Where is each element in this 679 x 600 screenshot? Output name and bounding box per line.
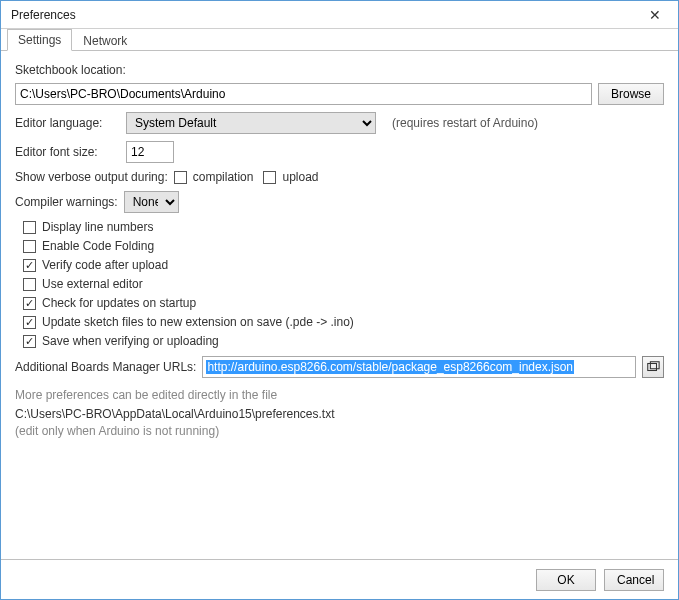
checkbox-upload[interactable] <box>263 171 276 184</box>
expand-urls-button[interactable] <box>642 356 664 378</box>
checkbox-save-verify[interactable] <box>23 335 36 348</box>
close-icon[interactable]: ✕ <box>640 7 670 23</box>
checkbox-update-ext[interactable] <box>23 316 36 329</box>
urls-input[interactable]: http://arduino.esp8266.com/stable/packag… <box>202 356 636 378</box>
more-prefs-note: More preferences can be edited directly … <box>15 388 664 402</box>
cancel-button[interactable]: Cancel <box>604 569 664 591</box>
checkbox-line-numbers[interactable] <box>23 221 36 234</box>
tab-network[interactable]: Network <box>72 30 138 51</box>
external-editor-label: Use external editor <box>42 277 143 291</box>
fontsize-label: Editor font size: <box>15 145 120 159</box>
checkbox-code-folding[interactable] <box>23 240 36 253</box>
titlebar: Preferences ✕ <box>1 1 678 29</box>
checkbox-verify-upload[interactable] <box>23 259 36 272</box>
verbose-label: Show verbose output during: <box>15 170 168 184</box>
edit-note: (edit only when Arduino is not running) <box>15 424 664 438</box>
svg-rect-1 <box>650 362 659 369</box>
content: Sketchbook location: Browse Editor langu… <box>1 51 678 448</box>
checkbox-external-editor[interactable] <box>23 278 36 291</box>
fontsize-input[interactable] <box>126 141 174 163</box>
window-icon <box>646 360 660 374</box>
sketchbook-path-input[interactable] <box>15 83 592 105</box>
tab-settings[interactable]: Settings <box>7 29 72 51</box>
warnings-label: Compiler warnings: <box>15 195 118 209</box>
language-note: (requires restart of Arduino) <box>392 116 538 130</box>
checkbox-compilation[interactable] <box>174 171 187 184</box>
sketchbook-label: Sketchbook location: <box>15 63 664 77</box>
prefs-file-path[interactable]: C:\Users\PC-BRO\AppData\Local\Arduino15\… <box>15 407 664 421</box>
save-verify-label: Save when verifying or uploading <box>42 334 219 348</box>
checkbox-check-updates[interactable] <box>23 297 36 310</box>
browse-button[interactable]: Browse <box>598 83 664 105</box>
language-label: Editor language: <box>15 116 120 130</box>
warnings-select[interactable]: None <box>124 191 179 213</box>
ok-button[interactable]: OK <box>536 569 596 591</box>
language-select[interactable]: System Default <box>126 112 376 134</box>
compilation-label: compilation <box>193 170 254 184</box>
check-updates-label: Check for updates on startup <box>42 296 196 310</box>
footer: OK Cancel <box>1 559 678 599</box>
tabs: Settings Network <box>1 29 678 51</box>
urls-label: Additional Boards Manager URLs: <box>15 360 196 374</box>
verify-upload-label: Verify code after upload <box>42 258 168 272</box>
urls-value: http://arduino.esp8266.com/stable/packag… <box>206 360 574 374</box>
code-folding-label: Enable Code Folding <box>42 239 154 253</box>
window-title: Preferences <box>11 8 76 22</box>
line-numbers-label: Display line numbers <box>42 220 153 234</box>
svg-rect-0 <box>648 364 657 371</box>
update-ext-label: Update sketch files to new extension on … <box>42 315 354 329</box>
upload-label: upload <box>282 170 318 184</box>
